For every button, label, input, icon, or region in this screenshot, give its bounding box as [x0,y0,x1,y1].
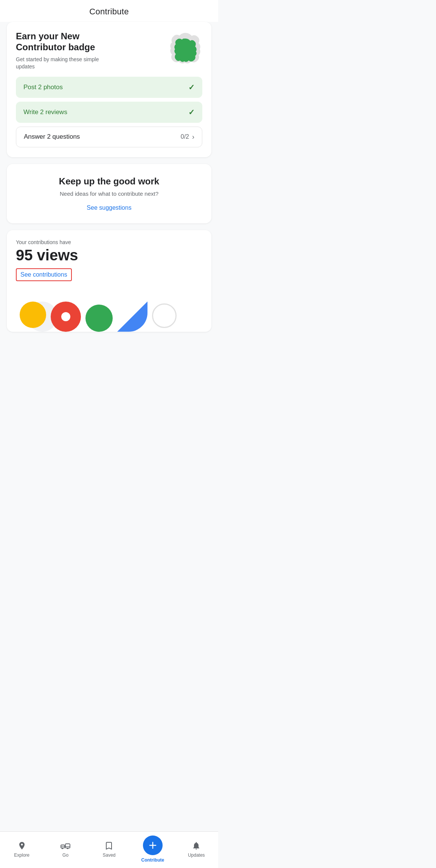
views-card-label: Your contributions have [16,239,202,245]
badge-card-subtitle: Get started by making these simple updat… [16,56,110,71]
check-icon-photos: ✓ [188,83,195,92]
task-write-reviews-label: Write 2 reviews [23,108,67,116]
see-contributions-link[interactable]: See contributions [16,268,72,281]
badge-card-text: Earn your New Contributor badge Get star… [16,31,161,71]
task-answer-questions[interactable]: Answer 2 questions 0/2 › [16,127,202,147]
page-header: Contribute [0,0,218,22]
chevron-right-icon: › [192,133,194,141]
page-title: Contribute [89,7,129,16]
views-card: Your contributions have 95 views See con… [7,230,211,332]
suggestions-card: Keep up the good work Need ideas for wha… [7,164,211,223]
task-post-photos-label: Post 2 photos [23,84,63,91]
task-answer-right: 0/2 › [181,133,194,141]
contributor-badge-icon [168,31,202,65]
badge-card-title: Earn your New Contributor badge [16,31,103,53]
suggestions-card-subtitle: Need ideas for what to contribute next? [16,190,202,197]
badge-card-header: Earn your New Contributor badge Get star… [16,31,202,71]
circle-gray-outline [152,303,177,328]
circle-red [51,302,81,332]
circle-blue-quarter [117,302,147,332]
task-post-photos[interactable]: Post 2 photos ✓ [16,77,202,98]
check-icon-reviews: ✓ [188,108,195,117]
suggestions-card-title: Keep up the good work [16,176,202,187]
circle-yellow [20,302,46,328]
badge-card: Earn your New Contributor badge Get star… [7,22,211,157]
circle-green [85,305,113,332]
views-count: 95 views [16,247,202,264]
task-answer-progress: 0/2 [181,133,189,140]
circle-red-inner [61,312,70,321]
task-write-reviews[interactable]: Write 2 reviews ✓ [16,102,202,123]
task-answer-questions-label: Answer 2 questions [24,133,80,141]
see-suggestions-link[interactable]: See suggestions [87,204,131,211]
decorative-icons-row [16,290,202,332]
